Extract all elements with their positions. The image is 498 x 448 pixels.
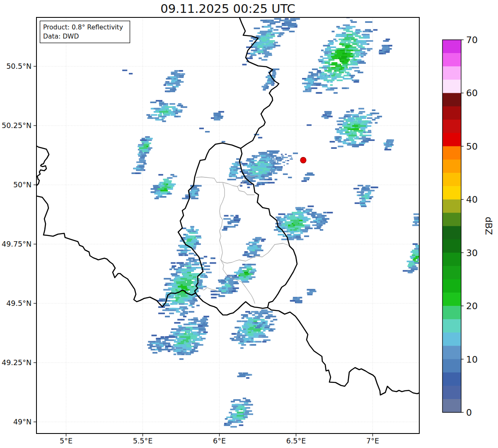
y-tick-label: 50.25°N xyxy=(2,121,31,130)
product-info-box: Product: 0.8° Reflectivity Data: DWD xyxy=(40,21,130,43)
admin-border-lux-north-canton xyxy=(196,177,254,195)
y-tick-label: 50°N xyxy=(13,181,31,189)
gridlines xyxy=(36,17,419,433)
colorbar: 010203040506070 xyxy=(442,35,478,418)
colorbar-tick-label: 40 xyxy=(466,194,478,205)
y-tick-label: 49.75°N xyxy=(2,240,31,248)
product-label: Product: 0.8° Reflectivity xyxy=(43,24,123,31)
x-tick-label: 7°E xyxy=(366,437,379,445)
data-source-label: Data: DWD xyxy=(43,33,79,40)
y-tick-label: 50.5°N xyxy=(6,62,31,70)
radar-site-marker xyxy=(300,157,306,163)
figure-title: 09.11.2025 00:25 UTC xyxy=(160,2,295,16)
country-border-france-belgium-pocket xyxy=(36,146,49,186)
colorbar-tick-label: 30 xyxy=(466,248,478,258)
radar-echoes xyxy=(122,17,429,428)
radar-figure-stage: 5°E5.5°E6°E6.5°E7°E50.5°N50.25°N50°N49.7… xyxy=(0,0,498,448)
colorbar-tick-label: 0 xyxy=(466,407,472,418)
x-tick-label: 6°E xyxy=(213,437,226,445)
country-border-france-south xyxy=(196,293,419,395)
y-tick-label: 49°N xyxy=(13,418,31,426)
admin-border-lux-central-vertical xyxy=(220,183,225,260)
x-tick-label: 5°E xyxy=(60,437,73,445)
colorbar-tick-label: 70 xyxy=(466,35,478,45)
colorbar-tick-label: 50 xyxy=(466,141,478,152)
y-tick-label: 49.25°N xyxy=(2,358,31,367)
x-tick-label: 5.5°E xyxy=(133,437,153,445)
colorbar-tick-label: 10 xyxy=(466,354,478,365)
admin-borders xyxy=(196,175,289,303)
colorbar-axis-label: dBZ xyxy=(483,217,494,235)
plot-frame xyxy=(36,17,419,433)
x-tick-label: 6.5°E xyxy=(286,437,306,445)
colorbar-tick-label: 60 xyxy=(466,88,478,98)
y-tick-label: 49.5°N xyxy=(6,299,31,308)
radar-map-figure: 5°E5.5°E6°E6.5°E7°E50.5°N50.25°N50°N49.7… xyxy=(0,0,498,448)
colorbar-tick-label: 20 xyxy=(466,301,478,311)
